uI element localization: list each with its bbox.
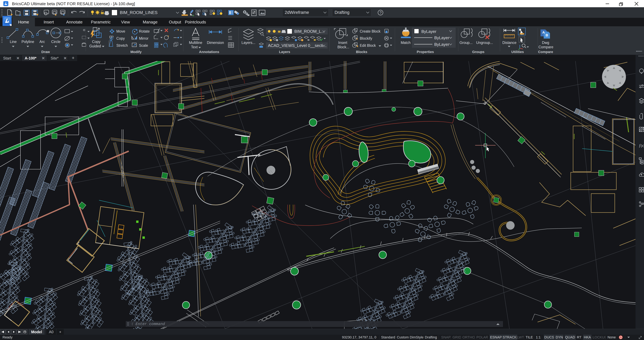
svg-text:B: B xyxy=(546,33,548,37)
svg-text:Dwg: Dwg xyxy=(542,41,549,45)
svg-text:Annotations: Annotations xyxy=(199,50,219,54)
svg-text:?: ? xyxy=(380,11,382,15)
svg-text:Properties: Properties xyxy=(417,50,434,54)
svg-text:Compare: Compare xyxy=(538,45,554,49)
svg-text:Ungroup...: Ungroup... xyxy=(476,41,493,45)
svg-text:Compare: Compare xyxy=(538,50,553,54)
svg-text:Layers: Layers xyxy=(279,50,290,54)
svg-text:(x): (x) xyxy=(641,144,644,148)
svg-text:Groups: Groups xyxy=(472,50,484,54)
svg-text:A: A xyxy=(542,30,545,34)
svg-text:Insert: Insert xyxy=(338,41,347,45)
svg-text:Layers...: Layers... xyxy=(242,41,255,45)
svg-text:Circle: Circle xyxy=(51,40,60,44)
svg-text:ACAD_VIEWS_Level 0__secti...: ACAD_VIEWS_Level 0__secti... xyxy=(268,43,326,48)
svg-text:Polyline: Polyline xyxy=(22,40,34,44)
svg-text:Draw: Draw xyxy=(41,50,50,54)
svg-text:Mirror: Mirror xyxy=(139,36,148,41)
svg-text:Utilities: Utilities xyxy=(511,50,524,54)
svg-text:BIM_ROOM_L...: BIM_ROOM_L... xyxy=(294,29,324,34)
svg-text:BIM_ROOM_LINES: BIM_ROOM_LINES xyxy=(120,10,158,15)
svg-text:Arc: Arc xyxy=(40,40,45,44)
svg-text:Create Block: Create Block xyxy=(360,29,380,33)
svg-text:Copy: Copy xyxy=(116,36,125,41)
svg-text:2dWireframe: 2dWireframe xyxy=(285,10,309,15)
svg-text:Blocks: Blocks xyxy=(356,50,367,54)
svg-text:Dimension: Dimension xyxy=(207,41,224,45)
svg-text:Blockify: Blockify xyxy=(360,36,372,41)
svg-text:ByLayer: ByLayer xyxy=(434,35,449,40)
svg-text:Move: Move xyxy=(116,29,125,33)
svg-text:Rotate: Rotate xyxy=(139,29,150,33)
svg-text:+: + xyxy=(192,14,194,17)
svg-text:Group...: Group... xyxy=(460,41,472,45)
svg-text:ByLayer: ByLayer xyxy=(421,29,436,34)
svg-text:Copy: Copy xyxy=(92,40,100,44)
svg-text:Edit Block: Edit Block xyxy=(360,44,376,48)
svg-text:Drafting: Drafting xyxy=(334,10,350,15)
svg-text:Line: Line xyxy=(10,40,16,44)
svg-text:Guided: Guided xyxy=(89,44,101,48)
svg-text:Block...: Block... xyxy=(338,45,349,49)
svg-text:Match: Match xyxy=(401,41,411,45)
svg-text:ByLayer: ByLayer xyxy=(434,42,449,47)
svg-text:Text: Text xyxy=(191,45,198,49)
svg-text:Multiline: Multiline xyxy=(189,41,202,45)
svg-text:Scale: Scale xyxy=(139,44,148,48)
svg-text:Modify: Modify xyxy=(130,50,142,54)
svg-text:Stretch: Stretch xyxy=(116,44,128,48)
svg-text:Distance: Distance xyxy=(502,41,516,45)
